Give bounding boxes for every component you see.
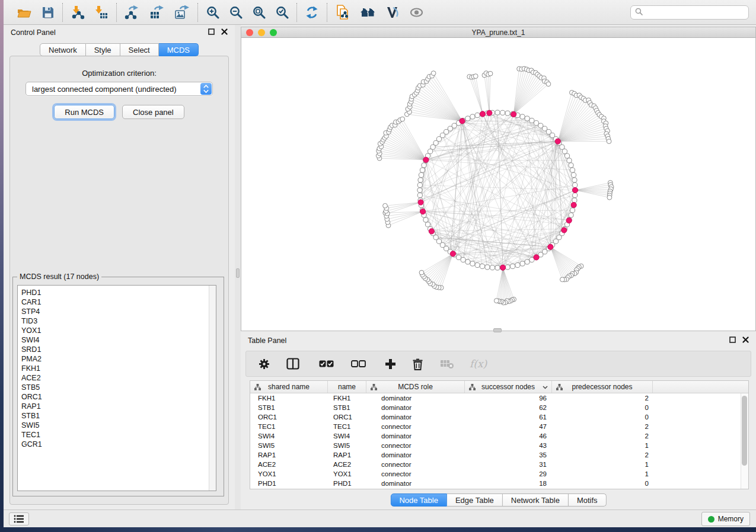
network-node[interactable] — [417, 193, 422, 198]
settings-gear-icon[interactable] — [258, 358, 270, 370]
run-mcds-button[interactable]: Run MCDS — [54, 105, 114, 119]
horizontal-splitter-handle[interactable] — [493, 328, 502, 332]
mcds-result-item[interactable]: SWI5 — [21, 421, 216, 430]
network-node[interactable] — [470, 261, 475, 266]
network-node[interactable] — [573, 193, 578, 198]
network-node[interactable] — [525, 116, 529, 121]
network-node[interactable] — [473, 74, 478, 79]
tab-edge-table[interactable]: Edge Table — [447, 493, 503, 507]
close-panel-icon[interactable] — [742, 336, 749, 345]
column-header-shared-name[interactable]: shared name — [250, 381, 328, 393]
export-image-icon[interactable] — [174, 5, 190, 20]
network-node[interactable] — [417, 182, 422, 187]
mcds-result-item[interactable]: TEC1 — [21, 430, 216, 440]
column-header-predecessor-nodes[interactable]: predecessor nodes — [552, 381, 653, 393]
vertical-splitter[interactable] — [235, 25, 241, 509]
mcds-result-list[interactable]: PHD1CAR1STP4TID3YOX1SWI4SRD1PMA2FKH1ACE2… — [17, 285, 216, 491]
zoom-selected-icon[interactable] — [275, 5, 289, 19]
show-columns-icon[interactable] — [286, 358, 299, 370]
mcds-result-item[interactable]: YOX1 — [21, 326, 216, 335]
memory-button[interactable]: Memory — [701, 512, 750, 526]
table-row[interactable]: SWI5SWI5connector431 — [250, 441, 748, 450]
tab-node-table[interactable]: Node Table — [390, 493, 447, 507]
network-node[interactable] — [495, 110, 500, 115]
table-row[interactable]: ACE2ACE2connector311 — [250, 460, 748, 469]
network-node[interactable] — [461, 257, 465, 262]
mcds-hub-node[interactable] — [548, 244, 553, 249]
mcds-result-item[interactable]: SWI4 — [21, 335, 216, 345]
minimize-window-icon[interactable] — [258, 29, 265, 36]
mcds-hub-node[interactable] — [460, 118, 465, 124]
network-node[interactable] — [423, 217, 428, 222]
network-node[interactable] — [485, 265, 490, 270]
mcds-result-item[interactable]: PHD1 — [21, 288, 216, 297]
search-box[interactable] — [630, 5, 749, 20]
mcds-hub-node[interactable] — [572, 187, 578, 193]
network-node[interactable] — [560, 145, 564, 149]
network-node[interactable] — [571, 172, 576, 177]
network-node[interactable] — [560, 277, 565, 282]
network-node[interactable] — [572, 178, 577, 182]
network-node[interactable] — [428, 149, 433, 153]
table-row[interactable]: SWI4SWI4dominator462 — [250, 431, 748, 441]
network-canvas[interactable] — [241, 39, 755, 331]
refresh-icon[interactable] — [305, 5, 319, 20]
tab-network-table[interactable]: Network Table — [503, 493, 569, 507]
tab-mcds[interactable]: MCDS — [159, 43, 199, 56]
table-row[interactable]: ORC1ORC1dominator610 — [250, 412, 748, 422]
mcds-hub-node[interactable] — [500, 265, 506, 270]
mcds-list-scrollbar[interactable] — [209, 286, 216, 491]
network-node[interactable] — [511, 264, 515, 268]
network-node[interactable] — [475, 262, 480, 267]
task-history-button[interactable] — [9, 512, 29, 525]
import-network-icon[interactable] — [71, 5, 85, 20]
network-node[interactable] — [562, 149, 567, 153]
close-panel-icon[interactable] — [221, 28, 228, 37]
mcds-hub-node[interactable] — [566, 218, 572, 223]
zoom-out-icon[interactable] — [229, 5, 243, 19]
float-panel-icon[interactable] — [729, 336, 736, 345]
network-node[interactable] — [456, 255, 461, 259]
network-node[interactable] — [569, 213, 573, 217]
mcds-result-item[interactable]: CAR1 — [21, 297, 216, 307]
tab-network[interactable]: Network — [40, 43, 86, 56]
network-node[interactable] — [465, 116, 470, 121]
mcds-hub-node[interactable] — [418, 200, 423, 205]
mcds-result-item[interactable]: STB5 — [21, 383, 216, 392]
network-node[interactable] — [570, 168, 575, 172]
network-node[interactable] — [452, 123, 457, 128]
delete-row-icon[interactable] — [412, 358, 423, 370]
network-node[interactable] — [419, 270, 424, 275]
network-node[interactable] — [570, 208, 575, 213]
network-node[interactable] — [488, 71, 493, 76]
network-node[interactable] — [607, 139, 611, 144]
network-node[interactable] — [417, 188, 422, 193]
network-node[interactable] — [525, 259, 529, 264]
mcds-hub-node[interactable] — [450, 251, 455, 257]
table-row[interactable]: PHD1PHD1dominator180 — [250, 479, 748, 488]
network-node[interactable] — [418, 178, 423, 182]
network-node[interactable] — [520, 261, 525, 266]
network-node[interactable] — [564, 153, 569, 158]
network-node[interactable] — [505, 111, 510, 116]
mcds-result-item[interactable]: FKH1 — [21, 364, 216, 373]
network-node[interactable] — [569, 163, 573, 168]
network-node[interactable] — [495, 265, 500, 270]
mcds-hub-node[interactable] — [487, 110, 492, 116]
table-row[interactable]: RAP1RAP1dominator352 — [250, 450, 748, 460]
tab-motifs[interactable]: Motifs — [569, 493, 607, 507]
network-node[interactable] — [465, 259, 470, 264]
mcds-hub-node[interactable] — [480, 111, 485, 117]
table-row[interactable]: STB1STB1dominator620 — [250, 403, 748, 412]
network-node[interactable] — [500, 110, 505, 115]
tab-select[interactable]: Select — [120, 43, 159, 56]
mcds-hub-node[interactable] — [571, 202, 576, 207]
network-node[interactable] — [470, 114, 475, 119]
mcds-result-item[interactable]: GCR1 — [21, 440, 216, 449]
float-panel-icon[interactable] — [208, 28, 215, 37]
network-node[interactable] — [534, 121, 538, 126]
network-node[interactable] — [490, 265, 495, 270]
network-node[interactable] — [505, 265, 510, 270]
network-node[interactable] — [494, 299, 499, 303]
mcds-result-item[interactable]: TID3 — [21, 316, 216, 326]
